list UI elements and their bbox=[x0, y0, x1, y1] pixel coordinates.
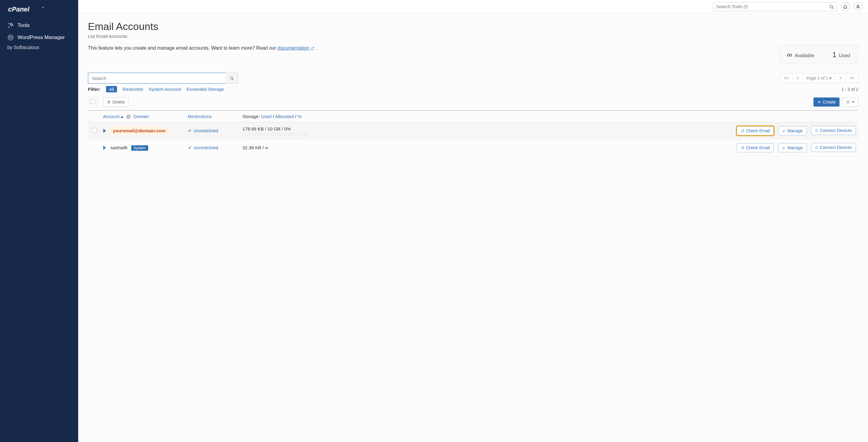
expand-row[interactable] bbox=[103, 145, 107, 150]
col-allocated[interactable]: Allocated bbox=[275, 114, 294, 119]
at-separator: @ bbox=[125, 114, 132, 119]
storage-progress bbox=[243, 133, 308, 135]
documentation-link[interactable]: documentation bbox=[278, 45, 314, 50]
table-row: sashadit System ✔Unrestricted 32.38 KB /… bbox=[88, 139, 858, 156]
pagination: << < Page 1 of 1 > >> bbox=[780, 73, 858, 83]
search-accounts-group bbox=[88, 73, 238, 83]
svg-text:W: W bbox=[9, 36, 12, 40]
wrench-icon bbox=[782, 129, 785, 133]
user-icon bbox=[856, 4, 861, 9]
storage-value: 178.99 KB / 10 GB / 0% bbox=[243, 126, 731, 131]
sort-asc-icon bbox=[121, 115, 124, 118]
bell-icon bbox=[843, 4, 848, 9]
settings-button[interactable] bbox=[842, 98, 858, 107]
filter-exceeded[interactable]: Exceeded Storage bbox=[186, 87, 224, 92]
stat-used-label: Used bbox=[839, 53, 850, 59]
page-title: Email Accounts bbox=[88, 21, 858, 32]
caret-down-icon bbox=[829, 77, 832, 80]
search-tools-input[interactable] bbox=[713, 2, 837, 11]
system-badge: System bbox=[131, 145, 148, 151]
chevron-right-icon bbox=[103, 146, 106, 150]
intro-suffix: . bbox=[314, 45, 317, 50]
page-next[interactable]: > bbox=[835, 73, 845, 83]
search-tools-wrap bbox=[713, 2, 837, 11]
search-icon[interactable] bbox=[829, 4, 834, 9]
restriction-value: Unrestricted bbox=[194, 128, 218, 133]
notifications-button[interactable] bbox=[841, 2, 850, 11]
sidebar-item-label: Tools bbox=[18, 23, 30, 29]
col-domain[interactable]: Domain bbox=[133, 114, 149, 119]
page-subtitle: List Email Accounts bbox=[88, 34, 858, 39]
page-first[interactable]: << bbox=[780, 73, 793, 83]
manage-button[interactable]: Manage bbox=[778, 143, 807, 152]
mobile-icon bbox=[815, 145, 818, 149]
svg-point-6 bbox=[857, 5, 859, 6]
plus-icon bbox=[817, 100, 821, 104]
filters: Filter: All Restricted System Account Ex… bbox=[88, 86, 224, 92]
cpanel-logo: cPanel bbox=[0, 4, 78, 20]
page-last[interactable]: >> bbox=[845, 73, 858, 83]
col-restrictions[interactable]: Restrictions bbox=[188, 114, 212, 119]
intro-text: This feature lets you create and manage … bbox=[88, 45, 317, 51]
filter-all[interactable]: All bbox=[106, 86, 117, 92]
external-link-icon bbox=[741, 146, 744, 149]
check-icon: ✔ bbox=[188, 145, 192, 150]
connect-devices-button[interactable]: Connect Devices bbox=[811, 143, 856, 152]
connect-devices-button[interactable]: Connect Devices bbox=[811, 126, 856, 135]
sidebar-item-label: WordPress Manager bbox=[18, 35, 65, 41]
stat-used-value: 1 bbox=[832, 50, 836, 59]
storage-label: Storage: bbox=[243, 114, 260, 119]
delete-button[interactable]: Delete bbox=[103, 98, 128, 107]
sidebar-subtext: by Softaculous bbox=[0, 44, 78, 53]
restriction-value: Unrestricted bbox=[194, 145, 218, 150]
manage-button[interactable]: Manage bbox=[778, 126, 807, 135]
check-email-button[interactable]: Check Email bbox=[737, 126, 774, 135]
stat-used: 1 Used bbox=[832, 50, 850, 59]
expand-row[interactable] bbox=[103, 128, 107, 133]
external-link-icon bbox=[741, 129, 744, 133]
content: Email Accounts List Email Accounts This … bbox=[78, 13, 868, 442]
stat-available: ∞ Available bbox=[787, 50, 814, 59]
page-prev[interactable]: < bbox=[793, 73, 803, 83]
result-range: 1 - 2 of 2 bbox=[842, 87, 858, 92]
page-current[interactable]: Page 1 of 1 bbox=[803, 73, 836, 83]
svg-line-8 bbox=[232, 79, 234, 80]
chevron-right-icon bbox=[103, 129, 106, 133]
col-used[interactable]: Used bbox=[261, 114, 272, 119]
select-all-wrap[interactable] bbox=[88, 97, 98, 107]
search-accounts-input[interactable] bbox=[88, 73, 225, 83]
check-icon: ✔ bbox=[188, 128, 192, 133]
sidebar: cPanel Tools W WordPress Manager by Soft… bbox=[0, 0, 78, 442]
sidebar-item-wordpress[interactable]: W WordPress Manager bbox=[0, 32, 78, 44]
wordpress-icon: W bbox=[7, 35, 14, 41]
table-row: youremail@domain.com ✔Unrestricted 178.9… bbox=[88, 122, 858, 139]
filter-restricted[interactable]: Restricted bbox=[122, 87, 143, 92]
user-button[interactable] bbox=[854, 2, 863, 11]
search-icon bbox=[230, 76, 234, 80]
main-area: Email Accounts List Email Accounts This … bbox=[78, 0, 868, 442]
accounts-table: Account @ Domain Restrictions Storage: U… bbox=[88, 110, 858, 156]
wrench-icon bbox=[782, 146, 785, 149]
svg-point-4 bbox=[830, 5, 833, 8]
caret-down-icon bbox=[852, 101, 855, 103]
topbar bbox=[78, 0, 868, 13]
gear-icon bbox=[846, 100, 850, 104]
stat-available-value: ∞ bbox=[787, 50, 792, 59]
stat-available-label: Available bbox=[795, 53, 814, 59]
col-percent[interactable]: % bbox=[298, 114, 302, 119]
select-all-checkbox[interactable] bbox=[90, 99, 95, 104]
filter-label: Filter: bbox=[88, 87, 101, 92]
col-account[interactable]: Account bbox=[103, 114, 124, 119]
sidebar-item-tools[interactable]: Tools bbox=[0, 20, 78, 32]
svg-text:cPanel: cPanel bbox=[8, 5, 30, 13]
search-accounts-button[interactable] bbox=[225, 73, 238, 83]
row-checkbox[interactable] bbox=[92, 128, 97, 133]
table-header: Account @ Domain Restrictions Storage: U… bbox=[88, 110, 858, 122]
mobile-icon bbox=[815, 128, 818, 133]
svg-point-7 bbox=[230, 77, 232, 79]
svg-line-5 bbox=[832, 7, 833, 9]
filter-system[interactable]: System Account bbox=[149, 87, 181, 92]
check-email-button[interactable]: Check Email bbox=[737, 143, 774, 152]
storage-value: 32.38 KB / ∞ bbox=[243, 145, 731, 150]
create-button[interactable]: Create bbox=[813, 98, 839, 107]
